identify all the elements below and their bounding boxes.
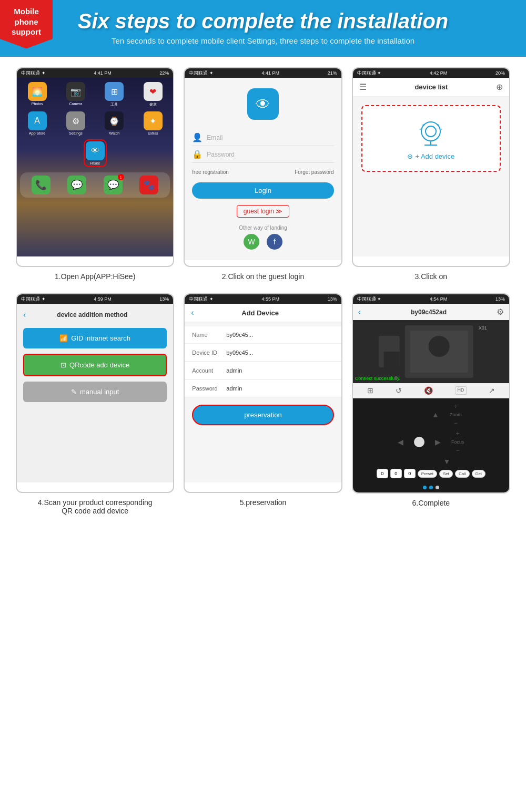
social-icons: W f	[244, 234, 282, 250]
preset-btn[interactable]: Preset	[418, 470, 437, 478]
set-btn[interactable]: Set	[439, 470, 453, 478]
ptz-down-button[interactable]: ▼	[443, 457, 450, 466]
svg-point-5	[441, 129, 442, 130]
password-label: Password	[192, 385, 226, 392]
extras-icon: ✦	[144, 111, 163, 130]
step-4-screen: 中国联通 ✦ 4:59 PM 13% ‹ device addition met…	[16, 293, 174, 493]
password-icon: 🔒	[192, 149, 203, 159]
carrier-1: 中国联通 ✦	[21, 70, 46, 77]
gid-search-button[interactable]: 📶 GID intranet search	[23, 328, 167, 348]
step-1-content: 🌅 Photos 📷 Camera ⊞ 工具	[17, 78, 173, 256]
app-grid-row1: 🌅 Photos 📷 Camera ⊞ 工具	[20, 82, 170, 107]
qr-icon: ⊡	[60, 361, 66, 369]
fullscreen-control-icon[interactable]: ↗	[489, 386, 495, 395]
addition-screen: ‹ device addition method 📶 GID intranet …	[17, 304, 173, 482]
grid-control-icon[interactable]: ⊞	[367, 386, 373, 395]
form-row-account: Account admin	[185, 362, 341, 379]
login-button[interactable]: Login	[192, 182, 333, 199]
camera-label: Camera	[69, 102, 83, 106]
focus-plus-icon[interactable]: +	[456, 430, 460, 437]
email-row: 👤 Email	[192, 129, 333, 146]
preset-input-1[interactable]	[377, 469, 388, 478]
mute-control-icon[interactable]: 🔇	[424, 386, 433, 395]
zoom-plus-icon[interactable]: +	[454, 403, 458, 410]
ptz-right-button[interactable]: ▶	[435, 438, 441, 446]
zoom-col: + Zoom −	[450, 403, 462, 427]
camera-title: by09c452ad	[411, 309, 447, 316]
name-label: Name	[192, 332, 226, 338]
time-3: 4:42 PM	[430, 70, 448, 76]
manual-icon: ✎	[71, 388, 77, 396]
step-2-statusbar: 中国联通 ✦ 4:41 PM 21%	[185, 68, 341, 78]
svg-text:X01: X01	[478, 325, 487, 331]
login-screen: 👁 👤 Email 🔒 Password free registration	[185, 78, 341, 260]
hd-control-icon[interactable]: HD	[456, 386, 467, 395]
device-list-title: device list	[414, 83, 448, 91]
steps-container: 中国联通 ✦ 4:41 PM 22% 🌅 Photos 📷	[0, 57, 526, 538]
back-arrow-6[interactable]: ‹	[358, 307, 361, 317]
back-arrow-4[interactable]: ‹	[23, 310, 26, 320]
free-reg-link[interactable]: free registration	[192, 169, 228, 175]
facebook-social-icon[interactable]: f	[267, 234, 282, 250]
forget-pwd-link[interactable]: Forget password	[295, 169, 333, 175]
step-5-statusbar: 中国联通 ✦ 4:55 PM 13%	[185, 294, 341, 304]
add-device-title: Add Device	[241, 309, 279, 317]
carrier-3: 中国联通 ✦	[357, 70, 382, 77]
svg-point-6	[422, 124, 424, 126]
focus-minus-icon[interactable]: −	[456, 447, 460, 454]
step-5-content: ‹ Add Device Name by09c45... Device ID b…	[185, 304, 341, 482]
time-6: 4:54 PM	[430, 296, 448, 302]
dock-bar: 📞 💬 💬 1 🐾	[20, 172, 170, 198]
preset-input-2[interactable]	[390, 469, 402, 478]
step-6-content: ‹ by09c452ad ⚙	[353, 304, 509, 492]
home-screen: 🌅 Photos 📷 Camera ⊞ 工具	[17, 78, 173, 256]
step-4-content: ‹ device addition method 📶 GID intranet …	[17, 304, 173, 482]
svg-point-1	[426, 126, 436, 137]
back-arrow-5[interactable]: ‹	[191, 308, 194, 317]
ptz-up-button[interactable]: ▲	[432, 410, 439, 419]
dock-baidu: 🐾	[139, 176, 158, 194]
app-hisee: 👁 HiSee	[84, 139, 107, 167]
header-subtitle: Ten seconds to complete mobile client Se…	[0, 36, 526, 45]
add-device-link[interactable]: ⊕ + Add device	[407, 152, 454, 160]
form-spacer	[185, 322, 341, 326]
app-health: ❤ 健康	[136, 82, 170, 107]
step-4-statusbar: 中国联通 ✦ 4:59 PM 13%	[17, 294, 173, 304]
account-label: Account	[192, 367, 226, 374]
wechat-social-icon[interactable]: W	[244, 234, 259, 250]
tools-label: 工具	[110, 102, 118, 107]
steps-row-1: 中国联通 ✦ 4:41 PM 22% 🌅 Photos 📷	[16, 67, 510, 281]
zoom-minus-icon[interactable]: −	[454, 419, 458, 427]
email-placeholder: Email	[207, 134, 222, 141]
del-btn[interactable]: Del	[472, 470, 485, 478]
device-list-header: ☰ device list ⊕	[353, 78, 509, 97]
ptz-mid-row: ◀ ▶ + Focus −	[398, 430, 464, 454]
qrcode-add-button[interactable]: ⊡ QRcode add device	[23, 354, 167, 376]
form-row-name: Name by09c45...	[185, 326, 341, 344]
call-btn[interactable]: Call	[455, 470, 470, 478]
app-camera: 📷 Camera	[58, 82, 93, 107]
carrier-4: 中国联通 ✦	[21, 296, 46, 303]
refresh-control-icon[interactable]: ↺	[396, 386, 402, 395]
time-2: 4:41 PM	[261, 70, 279, 76]
guest-login-button[interactable]: guest login ≫	[237, 205, 289, 218]
ptz-left-button[interactable]: ◀	[398, 438, 403, 446]
preservation-button[interactable]: preservation	[192, 405, 333, 425]
manual-input-button[interactable]: ✎ manual input	[23, 382, 167, 402]
steps-row-2: 中国联通 ✦ 4:59 PM 13% ‹ device addition met…	[16, 293, 510, 515]
gear-icon[interactable]: ⚙	[497, 307, 504, 317]
step-2-content: 👁 👤 Email 🔒 Password free registration	[185, 78, 341, 260]
appstore-label: App Store	[29, 131, 45, 135]
camera-icon: 📷	[66, 82, 85, 101]
add-circle-icon: ⊕	[407, 152, 413, 160]
camera-placeholder-svg	[410, 117, 452, 148]
ptz-top-row: ▲ + Zoom −	[400, 403, 462, 427]
step-6-label: 6.Complete	[412, 499, 450, 507]
preset-input-3[interactable]	[404, 469, 416, 478]
step-2-label: 2.Click on the guest login	[222, 272, 304, 281]
device-list-screen: ☰ device list ⊕	[353, 78, 509, 256]
password-value: admin	[226, 385, 242, 392]
header-title: Six steps to complete the installation	[0, 9, 526, 33]
addition-title-bar: ‹ device addition method	[23, 310, 167, 320]
dot-3	[436, 486, 439, 489]
